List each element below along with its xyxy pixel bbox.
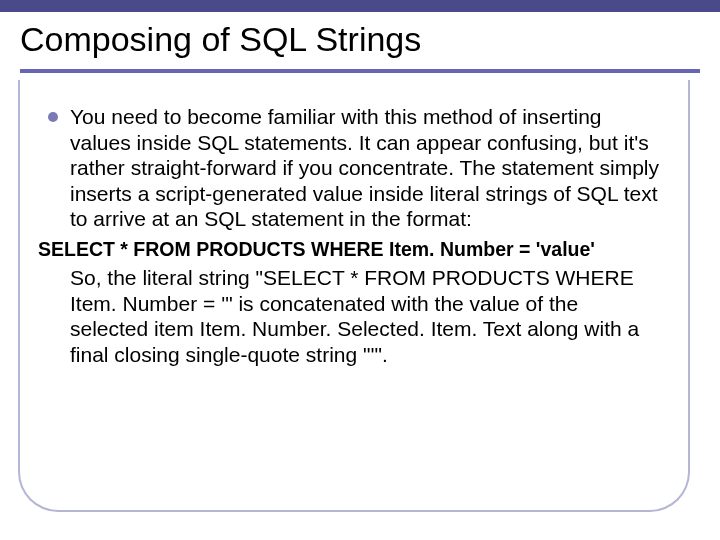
paragraph-1: You need to become familiar with this me… [70,104,660,232]
top-accent-bar [0,0,720,12]
bullet-dot-icon [48,112,58,122]
title-underline [20,69,700,73]
title-region: Composing of SQL Strings [0,12,720,65]
sql-code-line: SELECT * FROM PRODUCTS WHERE Item. Numbe… [38,238,660,261]
bullet-item: You need to become familiar with this me… [48,104,660,232]
paragraph-2: So, the literal string "SELECT * FROM PR… [70,265,660,367]
slide-title: Composing of SQL Strings [20,20,700,59]
content-box: You need to become familiar with this me… [18,80,690,512]
